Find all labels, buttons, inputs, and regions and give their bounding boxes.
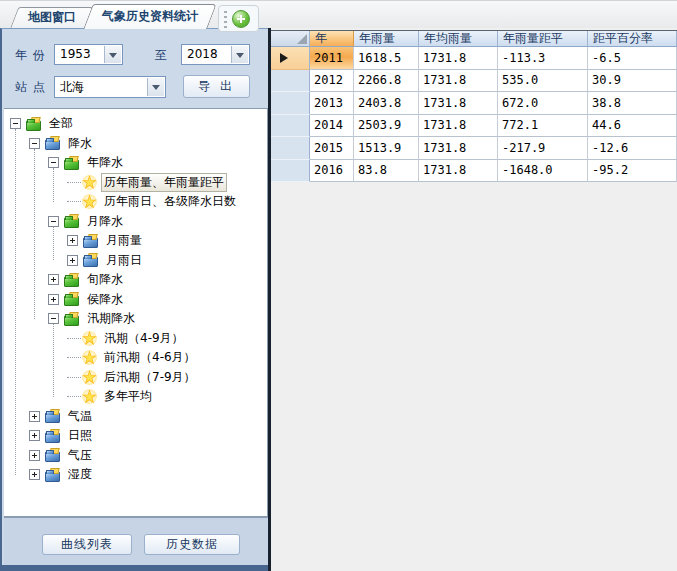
tree-item-pentad-precip[interactable]: 侯降水 — [4, 290, 267, 310]
tree-item-temperature[interactable]: 气温 — [4, 407, 267, 427]
table-cell[interactable]: 2016 — [310, 160, 354, 183]
tree-item-label: 降水 — [65, 134, 95, 153]
column-header-annual-rainfall[interactable]: 年雨量 — [354, 31, 419, 47]
curve-list-button[interactable]: 曲线列表 — [42, 534, 132, 555]
year-to-select[interactable]: 2018 — [181, 44, 250, 65]
table-cell[interactable]: 1731.8 — [419, 92, 498, 115]
tree-item-monthly-rain-days[interactable]: 月雨日 — [4, 251, 267, 271]
row-selector-selected[interactable] — [271, 47, 310, 70]
table-cell[interactable]: -1648.0 — [498, 160, 588, 183]
table-cell[interactable]: 1731.8 — [419, 160, 498, 183]
year-from-select[interactable]: 1953 — [54, 44, 123, 65]
new-tab-button[interactable] — [218, 5, 259, 32]
row-selector[interactable] — [271, 160, 310, 183]
row-selector[interactable] — [271, 70, 310, 93]
table-cell[interactable]: 2266.8 — [354, 70, 419, 93]
collapse-toggle-icon[interactable] — [48, 313, 59, 324]
expand-toggle-icon[interactable] — [29, 411, 40, 422]
tree-item-flood-season[interactable]: 汛期（4-9月） — [4, 329, 267, 349]
star-icon — [82, 175, 97, 190]
plus-icon[interactable] — [232, 10, 250, 28]
history-data-button[interactable]: 历史数据 — [144, 534, 240, 555]
table-cell[interactable]: 2011 — [310, 47, 354, 70]
tree-item-post-flood-season[interactable]: 后汛期（7-9月） — [4, 368, 267, 388]
collapse-toggle-icon[interactable] — [10, 118, 21, 129]
table-cell[interactable]: 2015 — [310, 137, 354, 160]
expand-toggle-icon[interactable] — [29, 430, 40, 441]
chevron-down-icon[interactable] — [231, 46, 248, 63]
tree-item-multi-year-average[interactable]: 多年平均 — [4, 387, 267, 407]
table-cell[interactable]: 44.6 — [588, 115, 677, 138]
row-selector[interactable] — [271, 92, 310, 115]
table-cell[interactable]: 535.0 — [498, 70, 588, 93]
chevron-down-icon[interactable] — [147, 78, 164, 96]
station-value: 北海 — [60, 79, 146, 96]
table-cell[interactable]: 2014 — [310, 115, 354, 138]
table-cell[interactable]: 1731.8 — [419, 70, 498, 93]
star-icon — [82, 389, 97, 404]
table-cell[interactable]: 83.8 — [354, 160, 419, 183]
folder-blue-icon — [45, 139, 60, 150]
tree-item-pre-flood-season[interactable]: 前汛期（4-6月） — [4, 348, 267, 368]
table-cell[interactable]: 2403.8 — [354, 92, 419, 115]
tab-map-window[interactable]: 地图窗口 — [14, 7, 90, 29]
collapse-toggle-icon[interactable] — [48, 157, 59, 168]
tree-item-pressure[interactable]: 气压 — [4, 446, 267, 466]
table-cell[interactable]: 2013 — [310, 92, 354, 115]
table-cell[interactable]: -95.2 — [588, 160, 677, 183]
table-cell[interactable]: 2012 — [310, 70, 354, 93]
tree-item-humidity[interactable]: 湿度 — [4, 465, 267, 485]
table-cell[interactable]: 772.1 — [498, 115, 588, 138]
table-cell[interactable]: 672.0 — [498, 92, 588, 115]
tree-item-monthly-precip[interactable]: 月降水 — [4, 212, 267, 232]
column-header-anomaly[interactable]: 年雨量距平 — [498, 31, 588, 47]
table-cell[interactable]: 38.8 — [588, 92, 677, 115]
tab-weather-history-stats[interactable]: 气象历史资料统计 — [88, 4, 212, 29]
column-header-anomaly-percent[interactable]: 距平百分率 — [588, 31, 677, 47]
expand-toggle-icon[interactable] — [29, 469, 40, 480]
tree-item-annual-rainfall-anomaly[interactable]: 历年雨量、年雨量距平 — [4, 173, 267, 193]
chevron-down-icon[interactable] — [104, 46, 121, 63]
expand-toggle-icon[interactable] — [48, 294, 59, 305]
tree-item-flood-season-precip[interactable]: 汛期降水 — [4, 309, 267, 329]
expand-toggle-icon[interactable] — [48, 274, 59, 285]
collapse-toggle-icon[interactable] — [29, 138, 40, 149]
tree-item-label: 气压 — [65, 446, 95, 465]
tree-item-label: 全部 — [46, 114, 76, 133]
expand-toggle-icon[interactable] — [67, 255, 78, 266]
tree-item-precipitation[interactable]: 降水 — [4, 134, 267, 154]
tab-label: 气象历史资料统计 — [88, 4, 212, 28]
current-row-arrow-icon — [280, 53, 288, 63]
table-cell[interactable]: 2503.9 — [354, 115, 419, 138]
table-cell[interactable]: -12.6 — [588, 137, 677, 160]
tree-item-sunshine[interactable]: 日照 — [4, 426, 267, 446]
tree-item-rain-days[interactable]: 历年雨日、各级降水日数 — [4, 192, 267, 212]
star-icon — [82, 350, 97, 365]
table-cell[interactable]: 30.9 — [588, 70, 677, 93]
tree-item-annual-precip[interactable]: 年降水 — [4, 153, 267, 173]
tree-item-ten-day-precip[interactable]: 旬降水 — [4, 270, 267, 290]
tree-item-label: 月降水 — [84, 212, 126, 231]
tree-item-monthly-rainfall[interactable]: 月雨量 — [4, 231, 267, 251]
expand-toggle-icon[interactable] — [67, 235, 78, 246]
export-button[interactable]: 导 出 — [183, 75, 250, 98]
table-cell[interactable]: 1618.5 — [354, 47, 419, 70]
select-all-corner[interactable] — [271, 31, 310, 47]
column-header-year[interactable]: 年 — [310, 31, 354, 47]
table-cell[interactable]: -113.3 — [498, 47, 588, 70]
table-cell[interactable]: -6.5 — [588, 47, 677, 70]
row-selector[interactable] — [271, 115, 310, 138]
table-cell[interactable]: 1731.8 — [419, 137, 498, 160]
table-cell[interactable]: 1513.9 — [354, 137, 419, 160]
tree-item-all[interactable]: 全部 — [4, 114, 267, 134]
table-cell[interactable]: -217.9 — [498, 137, 588, 160]
station-select[interactable]: 北海 — [54, 76, 166, 98]
data-table: 年 年雨量 年均雨量 年雨量距平 距平百分率 2011 1618.5 1731.… — [271, 30, 677, 182]
collapse-toggle-icon[interactable] — [48, 216, 59, 227]
expand-toggle-icon[interactable] — [29, 450, 40, 461]
table-cell[interactable]: 1731.8 — [419, 47, 498, 70]
table-cell[interactable]: 1731.8 — [419, 115, 498, 138]
row-selector[interactable] — [271, 137, 310, 160]
column-header-mean-rainfall[interactable]: 年均雨量 — [419, 31, 498, 47]
folder-blue-icon — [83, 237, 98, 248]
